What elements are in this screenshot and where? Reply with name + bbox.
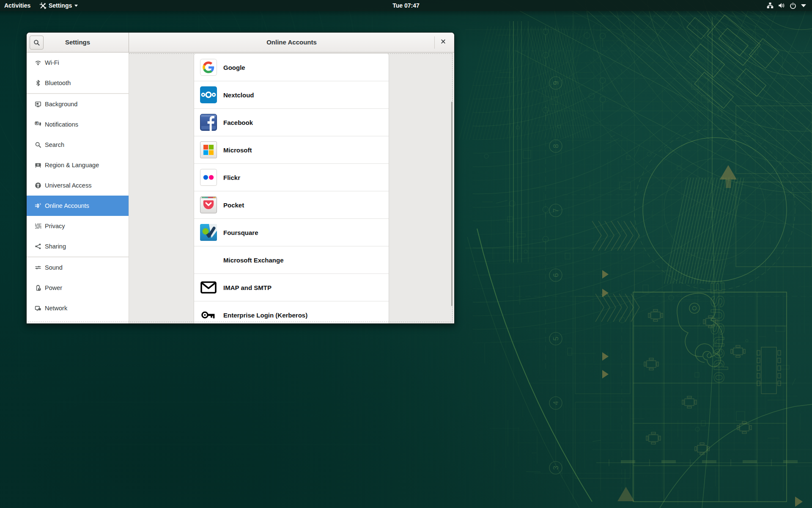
svg-text:6: 6 (552, 273, 560, 277)
svg-text:openSUSE: openSUSE (707, 281, 728, 383)
svg-text:8: 8 (552, 144, 560, 148)
svg-text:3: 3 (552, 466, 560, 469)
svg-text:7: 7 (552, 208, 560, 212)
svg-text:4: 4 (552, 401, 560, 405)
svg-text:5: 5 (552, 337, 560, 340)
svg-text:9: 9 (552, 81, 560, 85)
svg-text:✱: ✱ (36, 121, 38, 124)
svg-text:s: s (40, 202, 41, 205)
